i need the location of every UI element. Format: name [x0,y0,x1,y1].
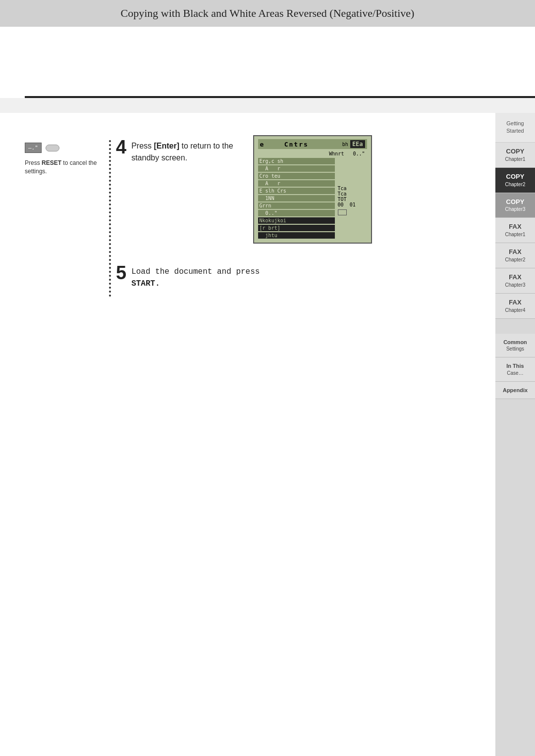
steps-content: 4 Press [Enter] to return to thestandby … [116,138,481,309]
dot [109,172,111,174]
lcd-item-9: Nkokujkoi [258,217,335,224]
lcd-header-left: e Cntrs [260,141,314,148]
toggle-container: –." [25,143,104,153]
fax4-sub: Chapter4 [497,307,533,313]
right-sidebar: GettingStarted COPY Chapter1 COPY Chapte… [495,113,535,756]
separator [25,96,535,98]
toggle-switch [46,145,59,151]
dot [109,279,111,281]
inThis-sub: Case… [497,370,533,376]
toggle-label: –." [25,143,42,153]
top-spacer [0,27,535,96]
dot [109,243,111,245]
lcd-item-6: 1NN [258,195,335,202]
lcd-item-3: Cro teu [258,173,335,179]
page-title: Copying with Black and White Areas Rever… [121,7,415,19]
common-main: Common [497,339,533,346]
lcd-left: Erg,c sh A r Cro teu A r E slh Crs 1NN G… [258,158,335,240]
sidebar-tab-fax3[interactable]: FAX Chapter3 [495,268,535,294]
dot [109,235,111,237]
page-header: Copying with Black and White Areas Rever… [0,0,535,27]
dot [109,291,111,293]
step-4: 4 Press [Enter] to return to thestandby … [116,138,481,244]
dot [109,219,111,221]
lcd-right-spacer [338,158,367,186]
dot [109,200,111,202]
dot [109,283,111,285]
dot [109,275,111,277]
lcd-subheader: Whnrt 0.." [258,151,367,156]
dot [109,223,111,225]
sidebar-tab-copy3[interactable]: COPY Chapter3 [495,193,535,218]
appendix-main: Appendix [497,387,533,394]
lcd-val-tot: TOT [338,197,367,202]
dot [109,192,111,194]
step4-number: 4 [116,138,126,156]
dot [109,207,111,209]
copy3-main: COPY [497,198,533,206]
dot [109,215,111,217]
reset-prefix: Press [25,159,42,166]
inThis-main: In This [497,362,533,369]
lcd-item-2: A r [258,165,335,172]
dot [109,263,111,265]
copy3-sub: Chapter3 [497,206,533,212]
lcd-item-10: [r brt] [258,225,335,231]
copy2-sub: Chapter2 [497,181,533,188]
common-sub: Settings [497,346,533,352]
dot [109,152,111,154]
left-panel: –." Press RESET to cancel the settings. [25,138,104,309]
step5-number: 5 [116,263,126,282]
lcd-small-box [338,209,347,215]
sidebar-tab-fax4[interactable]: FAX Chapter4 [495,294,535,319]
reset-bold: RESET [42,159,61,166]
lcd-item-8: 0.." [258,210,335,216]
lcd-right: Tca Tca TOT 00 01 [335,158,367,240]
sidebar-tab-copy1[interactable]: COPY Chapter1 [495,143,535,168]
dot [109,227,111,229]
dot [109,295,111,297]
reset-note: Press RESET to cancel the settings. [25,159,104,176]
dot [109,255,111,257]
sidebar-tab-copy2[interactable]: COPY Chapter2 [495,168,535,193]
lcd-val-num: 00 01 [338,202,367,207]
lcd-header: e Cntrs bh EEa [258,139,367,149]
dot [109,140,111,142]
dot [109,267,111,269]
dot [109,211,111,213]
lcd-screen: e Cntrs bh EEa Whnrt 0.." Erg,c sh [253,135,372,244]
step-5: 5 Load the document and pressSTART. [116,263,481,290]
lcd-item-5: E slh Crs [258,188,335,194]
sidebar-bottom-spacer [495,399,535,756]
lcd-item-7: Grrn [258,202,335,209]
fax3-sub: Chapter3 [497,282,533,288]
sidebar-tab-inThis[interactable]: In This Case… [495,357,535,381]
lcd-header-right: bh EEa [342,140,365,148]
step5-header: 5 Load the document and pressSTART. [116,263,481,290]
sidebar-tab-getting-started[interactable]: GettingStarted [495,113,535,143]
dot [109,247,111,249]
sidebar-tab-fax1[interactable]: FAX Chapter1 [495,218,535,243]
sidebar-tab-common[interactable]: Common Settings [495,334,535,357]
step5-text: Load the document and pressSTART. [131,263,260,290]
lcd-val-tca1: Tca [338,186,367,191]
fax2-sub: Chapter2 [497,256,533,263]
fax4-main: FAX [497,299,533,307]
step4-text: Press [Enter] to return to thestandby sc… [131,138,233,164]
dot [109,231,111,233]
dot [109,164,111,166]
sidebar-spacer-1 [495,319,535,334]
copy1-sub: Chapter1 [497,156,533,162]
dot [109,203,111,205]
dot [109,176,111,178]
dot [109,160,111,162]
step4-header: 4 Press [Enter] to return to thestandby … [116,138,233,164]
sidebar-tab-fax2[interactable]: FAX Chapter2 [495,243,535,268]
lcd-item-4: A r [258,180,335,187]
lcd-val-tca2: Tca [338,191,367,197]
dot [109,148,111,150]
lcd-item-1: Erg,c sh [258,158,335,164]
getting-started-label: GettingStarted [506,120,524,134]
dot [109,144,111,146]
sidebar-tab-appendix[interactable]: Appendix [495,382,535,399]
